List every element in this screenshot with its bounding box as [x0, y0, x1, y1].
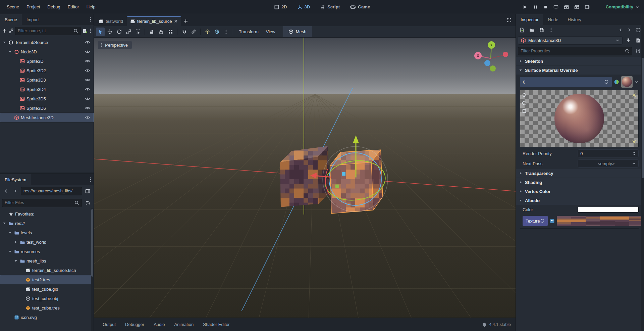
preview-box-icon[interactable]	[522, 101, 527, 105]
3d-scene[interactable]	[94, 38, 516, 318]
material-thumbnail[interactable]	[621, 76, 633, 88]
revert-icon[interactable]	[540, 219, 545, 223]
movie-maker-button[interactable]	[583, 3, 592, 11]
property-filter-input[interactable]	[521, 49, 623, 53]
menu-project[interactable]: Project	[23, 3, 43, 11]
menu-scene[interactable]: Scene	[3, 3, 22, 11]
play-button[interactable]	[521, 3, 529, 11]
lock-selected-button[interactable]	[147, 28, 156, 36]
visibility-eye-icon[interactable]	[85, 115, 90, 120]
preview-quad-icon[interactable]	[522, 109, 527, 113]
scene-tree-item[interactable]: Node3D	[0, 47, 94, 56]
snap-toggle-button[interactable]	[180, 28, 189, 36]
file-sort-button[interactable]	[84, 199, 92, 207]
dock-options-icon[interactable]	[90, 177, 92, 182]
dock-options-icon[interactable]	[90, 17, 92, 22]
visibility-eye-icon[interactable]	[85, 87, 90, 92]
scene-tree-item[interactable]: TerrainLibSource	[0, 38, 94, 47]
section-vertex-color[interactable]: Vertex Color	[516, 187, 641, 196]
expand-arrow-icon[interactable]	[8, 249, 12, 253]
menu-editor[interactable]: Editor	[64, 3, 83, 11]
bottom-tab-animation[interactable]: Animation	[170, 320, 198, 329]
new-resource-button[interactable]	[518, 26, 526, 34]
scene-extra-options-button[interactable]	[89, 27, 92, 35]
visibility-eye-icon[interactable]	[85, 77, 90, 83]
tool-list-select-button[interactable]	[133, 28, 142, 36]
preview-sphere-icon[interactable]	[522, 93, 527, 97]
viewport-menu-transform[interactable]: Transform	[235, 28, 262, 36]
expand-arrow-icon[interactable]	[8, 50, 12, 54]
tool-rotate-button[interactable]	[115, 28, 123, 36]
group-selected-button[interactable]	[166, 28, 175, 36]
menu-debug[interactable]: Debug	[44, 3, 63, 11]
tool-scale-button[interactable]	[124, 28, 133, 36]
menu-help[interactable]: Help	[83, 3, 99, 11]
filesystem-item[interactable]: resources	[0, 247, 94, 256]
visibility-eye-icon[interactable]	[85, 96, 90, 101]
texture-thumbnail[interactable]	[557, 216, 644, 226]
filesystem-item[interactable]: test2.tres	[0, 275, 94, 284]
history-forward-button[interactable]	[11, 187, 19, 195]
filesystem-item[interactable]: test_cube.obj	[0, 294, 94, 303]
play-scene-button[interactable]	[562, 3, 571, 11]
tab-node[interactable]: Node	[543, 14, 563, 25]
bottom-tab-debugger[interactable]: Debugger	[121, 320, 148, 329]
inspector-back-button[interactable]	[616, 26, 625, 34]
axis-z-ball[interactable]	[484, 60, 490, 66]
surface-slot-0[interactable]: 0	[520, 77, 612, 87]
albedo-color-swatch[interactable]	[578, 207, 639, 212]
spinner-icon[interactable]	[633, 151, 636, 156]
renderer-selector[interactable]: Compatibility	[606, 4, 639, 9]
attach-script-button[interactable]	[83, 27, 88, 35]
visibility-eye-icon[interactable]	[85, 105, 90, 111]
revert-icon[interactable]	[604, 80, 609, 84]
mode-3d[interactable]: 3D	[293, 3, 314, 11]
visibility-eye-icon[interactable]	[85, 49, 90, 54]
section-albedo[interactable]: Albedo	[516, 196, 641, 205]
current-path-input[interactable]	[23, 189, 79, 193]
expand-arrow-icon[interactable]	[13, 259, 18, 263]
light-1-toggle-icon[interactable]	[632, 93, 637, 98]
close-tab-icon[interactable]	[174, 19, 178, 23]
scene-tree-item[interactable]: MeshInstance3D	[0, 113, 94, 122]
albedo-texture-property[interactable]: Texture	[523, 216, 548, 226]
expand-arrow-icon[interactable]	[8, 231, 12, 235]
open-docs-button[interactable]	[634, 36, 642, 44]
file-filter-input[interactable]	[5, 200, 73, 205]
expand-viewport-icon[interactable]	[507, 18, 512, 22]
remote-debug-button[interactable]	[552, 3, 560, 11]
section-transparency[interactable]: Transparency	[516, 169, 641, 178]
resource-options-button[interactable]	[547, 26, 555, 34]
scene-tab-terrain-lib-source[interactable]: terrain_lib_source	[127, 16, 181, 26]
filesystem-item[interactable]: test_world	[0, 237, 94, 247]
viewport-menu-view[interactable]: View	[263, 28, 279, 36]
scene-tree-item[interactable]: Sprite3D	[0, 56, 94, 66]
mode-script[interactable]: Script	[316, 3, 344, 11]
visibility-eye-icon[interactable]	[85, 40, 90, 45]
tab-filesystem[interactable]: FileSystem	[0, 174, 31, 185]
expand-arrow-icon[interactable]	[2, 40, 7, 44]
preview-environment-toggle[interactable]	[212, 28, 221, 36]
bottom-tab-shader-editor[interactable]: Shader Editor	[199, 320, 234, 329]
projection-menu-button[interactable]: Perspective	[98, 41, 132, 49]
filesystem-item[interactable]: mesh_libs	[0, 256, 94, 266]
bottom-tab-audio[interactable]: Audio	[150, 320, 169, 329]
scrollbar-thumb[interactable]	[642, 58, 644, 178]
section-skeleton[interactable]: Skeleton	[516, 57, 641, 65]
mode-game[interactable]: Game	[346, 3, 374, 11]
preview-sun-toggle[interactable]	[203, 28, 212, 36]
notification-icon[interactable]	[482, 322, 487, 327]
load-resource-button[interactable]	[528, 26, 536, 34]
property-favorites-button[interactable]	[634, 47, 642, 55]
navigation-gizmo[interactable]: Y X	[471, 40, 511, 75]
new-scene-tab-button[interactable]	[181, 16, 190, 26]
pause-button[interactable]	[531, 3, 540, 11]
tab-import[interactable]: Import	[22, 14, 44, 25]
filesystem-item[interactable]: levels	[0, 228, 94, 237]
filesystem-item[interactable]: test_cube.glb	[0, 284, 94, 294]
inspector-forward-button[interactable]	[625, 26, 633, 34]
inspector-scrollbar[interactable]	[641, 14, 644, 331]
section-surface-material-override[interactable]: Surface Material Override	[516, 66, 641, 75]
tab-inspector[interactable]: Inspector	[516, 14, 543, 25]
scrollbar-thumb[interactable]	[91, 209, 93, 277]
